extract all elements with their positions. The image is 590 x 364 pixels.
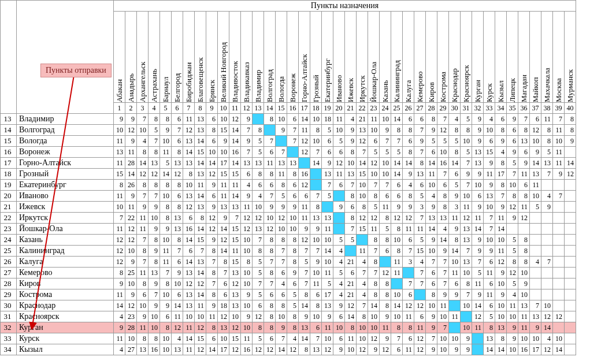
cell: 14 — [391, 169, 403, 180]
cell: 6 — [449, 169, 461, 180]
cell: 9 — [125, 191, 137, 202]
dest-col-19: Екатеринбург — [322, 12, 333, 103]
rowname: Ижевск — [17, 202, 114, 213]
row-34: 34Кызыл427131610131112141712161212141281… — [1, 344, 576, 355]
cell: 6 — [484, 136, 495, 147]
cell — [333, 213, 345, 224]
row-29: 29Кострома119671061314861395665861742148… — [1, 289, 576, 300]
cell: 5 — [368, 202, 380, 213]
cell: 10 — [426, 180, 437, 191]
cell — [310, 180, 322, 191]
cell: 14 — [449, 158, 461, 169]
cell: 6 — [206, 114, 218, 125]
col-idx-37: 37 — [530, 103, 541, 114]
cell: 8 — [495, 125, 507, 136]
cell: 7 — [160, 268, 172, 278]
cell: 7 — [426, 333, 437, 344]
rownum: 32 — [1, 322, 17, 333]
cell: 5 — [253, 333, 264, 344]
cell: 17 — [218, 158, 229, 169]
cell: 6 — [333, 147, 345, 158]
cell: 10 — [368, 125, 380, 136]
corner — [1, 1, 17, 114]
cell: 4 — [333, 278, 345, 289]
dest-col-30: Краснодар — [449, 12, 461, 103]
cell: 7 — [137, 235, 149, 246]
cell: 6 — [391, 180, 403, 191]
cell: 4 — [357, 278, 368, 289]
cell: 9 — [160, 125, 172, 136]
cell: 5 — [322, 125, 333, 136]
cell: 12 — [229, 114, 241, 125]
cell: 10 — [310, 114, 322, 125]
cell: 10 — [287, 224, 299, 235]
cell: 12 — [414, 300, 426, 311]
cell: 8 — [137, 180, 149, 191]
cell: 18 — [218, 300, 229, 311]
cell: 6 — [391, 344, 403, 355]
cell: 4 — [137, 136, 149, 147]
cell — [322, 202, 333, 213]
cell: 13 — [137, 344, 149, 355]
col-idx-21: 21 — [345, 103, 357, 114]
cell: 10 — [114, 125, 125, 136]
cell: 6 — [507, 125, 518, 136]
cell: 7 — [391, 333, 403, 344]
cell: 10 — [218, 147, 229, 158]
row-18: 18Грозный1514121214128131215156881181613… — [1, 169, 576, 180]
cell: 5 — [541, 147, 553, 158]
cell: 5 — [253, 268, 264, 278]
cell: 13 — [276, 158, 287, 169]
dest-col-1: Абакан — [114, 12, 125, 103]
cell: 14 — [530, 158, 541, 169]
cell: 7 — [368, 268, 380, 278]
cell: 6 — [253, 300, 264, 311]
cell: 11 — [391, 268, 403, 278]
cell: 11 — [333, 169, 345, 180]
cell: 7 — [287, 125, 299, 136]
cell: 6 — [264, 333, 276, 344]
cell: 11 — [114, 333, 125, 344]
cell: 13 — [195, 114, 206, 125]
cell — [565, 278, 576, 289]
cell: 12 — [183, 202, 195, 213]
cell: 3 — [414, 202, 426, 213]
cell: 12 — [125, 300, 137, 311]
rownum: 16 — [1, 147, 17, 158]
cell: 4 — [414, 257, 426, 268]
cell: 8 — [137, 333, 149, 344]
cell: 10 — [345, 158, 357, 169]
cell: 27 — [125, 344, 137, 355]
cell: 13 — [253, 158, 264, 169]
cell — [507, 224, 518, 235]
cell — [530, 289, 541, 300]
dest-title: Пункты назначения — [114, 1, 576, 12]
cell: 9 — [507, 333, 518, 344]
cell: 6 — [403, 136, 414, 147]
cell: 6 — [484, 257, 495, 268]
cell: 6 — [276, 289, 287, 300]
cell: 12 — [380, 268, 391, 278]
cell: 7 — [149, 289, 160, 300]
cell: 8 — [160, 114, 172, 125]
cell: 6 — [403, 289, 414, 300]
cell: 6 — [426, 278, 437, 289]
cell: 4 — [276, 278, 287, 289]
cell: 7 — [437, 322, 449, 333]
cell: 11 — [137, 268, 149, 278]
cell: 8 — [357, 311, 368, 322]
cell: 11 — [322, 224, 333, 235]
cell: 15 — [229, 224, 241, 235]
cell: 6 — [287, 114, 299, 125]
cell — [553, 268, 565, 278]
cell: 9 — [495, 136, 507, 147]
cell: 8 — [264, 311, 276, 322]
cell: 10 — [380, 158, 391, 169]
cell: 12 — [287, 344, 299, 355]
cell: 8 — [206, 246, 218, 257]
cell: 10 — [437, 311, 449, 322]
cell: 13 — [183, 136, 195, 147]
cell: 10 — [449, 333, 461, 344]
cell: 8 — [276, 235, 287, 246]
cell: 7 — [276, 333, 287, 344]
